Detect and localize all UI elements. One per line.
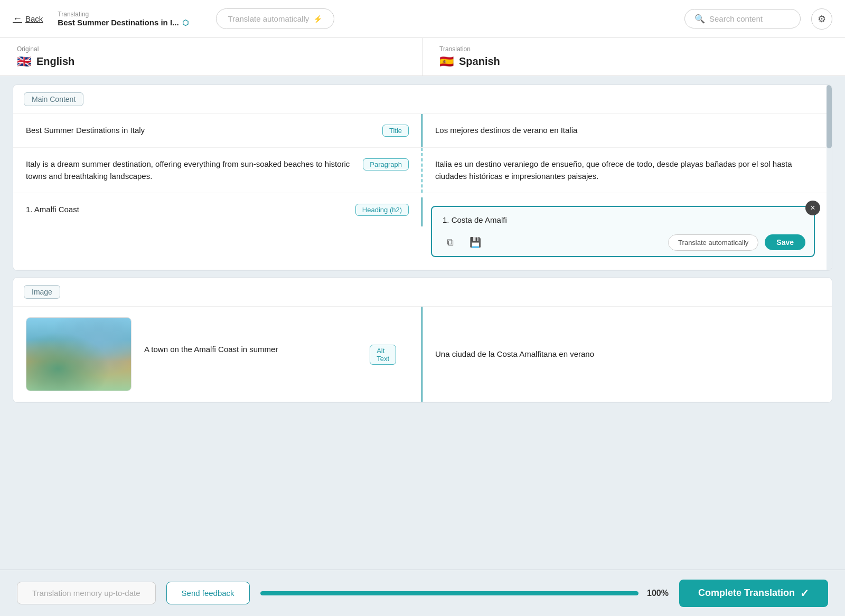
image-thumbnail — [26, 317, 132, 391]
scrollbar-thumb[interactable] — [827, 85, 832, 148]
external-link-icon[interactable]: ⬡ — [182, 18, 189, 27]
send-feedback-label: Send feedback — [182, 589, 234, 598]
original-heading-text: 1. Amalfi Coast — [26, 204, 349, 216]
main-content-panel: Main Content Best Summer Destinations in… — [13, 84, 832, 271]
language-bar: Original 🇬🇧 English Translation 🇪🇸 Spani… — [0, 38, 845, 76]
original-language-name: 🇬🇧 English — [17, 55, 405, 69]
original-heading-cell: 1. Amalfi Coast Heading (h2) — [13, 197, 422, 226]
heading-badge: Heading (h2) — [355, 204, 409, 216]
original-title-text: Best Summer Destinations in Italy — [26, 125, 376, 137]
original-language-text: English — [36, 55, 74, 68]
original-title-cell: Best Summer Destinations in Italy Title — [13, 114, 422, 147]
image-row: A town on the Amalfi Coast in summer Alt… — [13, 307, 422, 402]
table-row: Italy is a dream summer destination, off… — [13, 148, 832, 193]
save-button[interactable]: Save — [765, 234, 805, 250]
copy-button[interactable]: ⧉ — [440, 233, 459, 252]
main-content-tag: Main Content — [24, 92, 83, 106]
spanish-flag: 🇪🇸 — [439, 55, 454, 69]
back-button[interactable]: ← Back — [13, 13, 43, 24]
image-content-panel: Image A town on the Amalfi Coast in summ… — [13, 277, 832, 403]
english-flag: 🇬🇧 — [17, 55, 31, 69]
image-thumb-inner — [26, 318, 131, 391]
memory-status-label: Translation memory up-to-date — [32, 589, 140, 598]
save-label: Save — [776, 238, 794, 247]
translating-label: Translating — [58, 11, 188, 18]
search-input[interactable]: Search content — [709, 14, 763, 23]
translation-label: Translation — [439, 45, 828, 53]
translate-auto-small-label: Translate automatically — [678, 239, 748, 247]
back-label: Back — [25, 14, 43, 23]
translation-title-cell[interactable]: Los mejores destinos de verano en Italia — [422, 114, 832, 147]
translating-info: Translating Best Summer Destinations in … — [58, 11, 188, 27]
image-panel-header: Image — [13, 278, 832, 307]
main-area: Main Content Best Summer Destinations in… — [0, 76, 845, 570]
image-tag: Image — [24, 285, 60, 299]
progress-track — [260, 591, 639, 595]
send-feedback-button[interactable]: Send feedback — [166, 582, 250, 604]
translate-auto-label: Translate automatically — [228, 14, 309, 23]
translation-heading-cell[interactable]: × 1. Costa de Amalfi ⧉ 💾 Translate autom… — [422, 197, 832, 266]
editing-actions: ⧉ 💾 Translate automatically Save — [432, 229, 814, 256]
original-paragraph-cell: Italy is a dream summer destination, off… — [13, 148, 422, 193]
document-title: Best Summer Destinations in I... — [58, 18, 179, 27]
image-translation-area[interactable]: Una ciudad de la Costa Amalfitana en ver… — [422, 338, 832, 371]
translation-language-text: Spanish — [459, 55, 500, 68]
progress-fill — [260, 591, 639, 595]
editing-content: 1. Costa de Amalfi — [432, 207, 814, 229]
editing-translation-text[interactable]: 1. Costa de Amalfi — [443, 215, 507, 224]
title-badge: Title — [382, 125, 409, 137]
alt-text-badge: AltText — [370, 345, 396, 365]
close-button[interactable]: × — [805, 201, 820, 215]
translation-paragraph-text: Italia es un destino veraniego de ensueñ… — [435, 158, 819, 182]
gear-icon: ⚙ — [818, 13, 826, 25]
image-alt-text-translated: Una ciudad de la Costa Amalfitana en ver… — [435, 348, 594, 361]
translation-paragraph-cell[interactable]: Italia es un destino veraniego de ensueñ… — [422, 148, 832, 193]
image-alt-text-original: A town on the Amalfi Coast in summer — [144, 344, 278, 356]
image-caption-area: A town on the Amalfi Coast in summer Alt… — [132, 344, 409, 365]
app-header: ← Back Translating Best Summer Destinati… — [0, 0, 845, 38]
back-arrow-icon: ← — [13, 13, 22, 24]
translate-automatically-button[interactable]: Translate automatically ⚡ — [216, 8, 335, 29]
original-paragraph-text: Italy is a dream summer destination, off… — [26, 158, 356, 182]
complete-translation-label: Complete Translation — [698, 587, 795, 599]
search-box[interactable]: 🔍 Search content — [684, 9, 801, 29]
translation-title-text: Los mejores destinos de verano en Italia — [435, 125, 819, 137]
progress-area: 100% — [260, 589, 669, 598]
scrollbar-track[interactable] — [827, 85, 832, 270]
original-language-panel: Original 🇬🇧 English — [0, 38, 422, 75]
lightning-icon: ⚡ — [313, 15, 322, 23]
search-icon: 🔍 — [694, 14, 705, 24]
document-title-area: Best Summer Destinations in I... ⬡ — [58, 18, 188, 27]
paragraph-badge: Paragraph — [363, 158, 409, 170]
table-row: 1. Amalfi Coast Heading (h2) × 1. Costa … — [13, 193, 832, 270]
original-label: Original — [17, 45, 405, 53]
complete-translation-button[interactable]: Complete Translation ✓ — [679, 580, 828, 607]
editing-card: × 1. Costa de Amalfi ⧉ 💾 Translate autom… — [431, 206, 815, 257]
translate-automatically-small-button[interactable]: Translate automatically — [668, 234, 758, 251]
memory-status-button: Translation memory up-to-date — [17, 582, 156, 604]
settings-button[interactable]: ⚙ — [811, 8, 832, 30]
table-row: Best Summer Destinations in Italy Title … — [13, 114, 832, 148]
save-memory-button[interactable]: 💾 — [466, 233, 485, 252]
progress-percentage: 100% — [647, 589, 669, 598]
translation-language-name: 🇪🇸 Spanish — [439, 55, 828, 69]
checkmark-icon: ✓ — [800, 587, 809, 600]
translation-language-panel: Translation 🇪🇸 Spanish — [422, 38, 845, 75]
bottom-bar: Translation memory up-to-date Send feedb… — [0, 570, 845, 616]
main-content-header: Main Content — [13, 85, 832, 114]
